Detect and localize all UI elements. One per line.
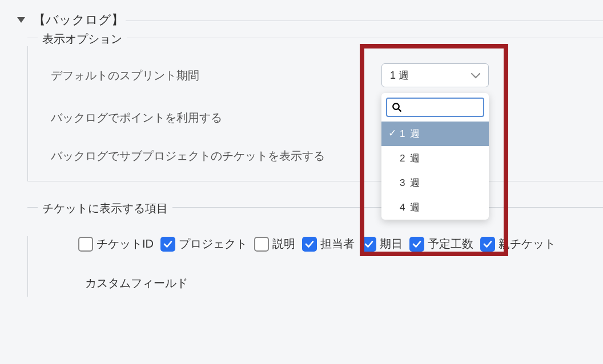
checkbox-parent-ticket[interactable]: 親チケット <box>480 236 556 252</box>
checkbox-label: プロジェクト <box>179 236 247 252</box>
ticket-fields-checkboxes: チケットID プロジェクト 説明 担当者 期日 予定工数 親チケット <box>78 236 603 252</box>
checkbox-description[interactable]: 説明 <box>254 236 295 252</box>
dropdown-option-3[interactable]: 3 週 <box>381 171 489 195</box>
svg-line-1 <box>398 108 401 111</box>
custom-fields-label: カスタムフィールド <box>85 276 603 291</box>
checkbox-icon <box>480 237 495 252</box>
svg-point-0 <box>393 103 399 110</box>
display-options-legend: 表示オプション <box>38 31 127 47</box>
display-options-body: デフォルトのスプリント期間 1 週 1 週 2 週 3 週 4 週 バ <box>27 46 603 181</box>
checkbox-label: 予定工数 <box>428 236 473 252</box>
sprint-select-value: 1 週 <box>390 68 409 82</box>
checkbox-estimated-hours[interactable]: 予定工数 <box>409 236 473 252</box>
checkbox-project[interactable]: プロジェクト <box>160 236 247 252</box>
checkbox-label: チケットID <box>97 236 154 252</box>
default-sprint-label: デフォルトのスプリント期間 <box>51 68 199 83</box>
checkbox-label: 担当者 <box>320 236 355 252</box>
checkbox-label: 親チケット <box>499 236 556 252</box>
use-points-label: バックログでポイントを利用する <box>51 110 222 126</box>
checkbox-icon <box>302 237 317 252</box>
dropdown-search-input[interactable] <box>405 102 479 112</box>
checkbox-icon <box>361 237 376 252</box>
dropdown-option-4[interactable]: 4 週 <box>381 195 489 220</box>
display-options-legend-row: 表示オプション <box>27 31 603 47</box>
sprint-select-container: 1 週 1 週 2 週 3 週 4 週 <box>381 63 489 87</box>
dropdown-option-1[interactable]: 1 週 <box>381 122 489 146</box>
ticket-fields-legend-row: チケットに表示する項目 <box>27 201 603 216</box>
checkbox-due-date[interactable]: 期日 <box>361 236 403 252</box>
sprint-duration-select[interactable]: 1 週 <box>381 63 489 87</box>
checkbox-icon <box>254 237 269 252</box>
chevron-down-icon <box>471 70 480 82</box>
checkbox-label: 期日 <box>380 236 403 252</box>
default-sprint-row: デフォルトのスプリント期間 1 週 1 週 2 週 3 週 4 週 <box>51 63 603 87</box>
chevron-down-icon <box>17 17 25 23</box>
checkbox-icon <box>409 237 424 252</box>
checkbox-icon <box>78 237 93 252</box>
backlog-section-title: 【バックログ】 <box>33 11 124 29</box>
show-subproject-row: バックログでサブプロジェクトのチケットを表示する <box>51 148 603 164</box>
dropdown-search-box[interactable] <box>386 98 484 117</box>
backlog-section-header[interactable]: 【バックログ】 <box>0 11 603 29</box>
checkbox-assignee[interactable]: 担当者 <box>302 236 355 252</box>
checkbox-icon <box>160 237 175 252</box>
divider <box>126 21 603 21</box>
ticket-fields-legend: チケットに表示する項目 <box>38 201 172 216</box>
dropdown-option-2[interactable]: 2 週 <box>381 146 489 171</box>
ticket-fields-body: チケットID プロジェクト 説明 担当者 期日 予定工数 親チケット カスタムフ… <box>27 236 603 297</box>
show-subproject-label: バックログでサブプロジェクトのチケットを表示する <box>51 148 325 164</box>
sprint-dropdown-panel: 1 週 2 週 3 週 4 週 <box>381 93 489 220</box>
search-icon <box>392 102 402 112</box>
use-points-row: バックログでポイントを利用する <box>51 110 603 126</box>
checkbox-ticket-id[interactable]: チケットID <box>78 236 154 252</box>
checkbox-label: 説明 <box>272 236 295 252</box>
